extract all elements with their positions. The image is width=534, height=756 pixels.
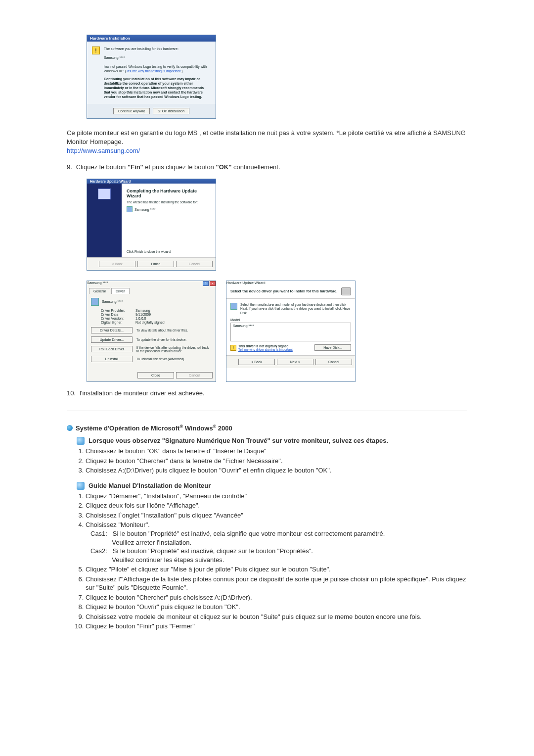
have-disk-button[interactable]: Have Disk... <box>314 344 351 351</box>
warning-icon: ! <box>230 345 236 351</box>
para-text: Ce pilote moniteur est en garantie du lo… <box>67 129 466 145</box>
dialog-message: The software you are installing for this… <box>104 47 211 99</box>
selwiz-info: Select the manufacturer and model of you… <box>240 303 351 315</box>
tab-general[interactable]: General <box>89 288 110 294</box>
stop-installation-button[interactable]: STOP Installation <box>153 108 189 114</box>
not-signed-text: This driver is not digitally signed! <box>238 344 290 348</box>
props-titlebar: Samsung **** ? × <box>87 281 216 286</box>
driver-details-button[interactable]: Driver Details... <box>91 327 133 333</box>
back-button: < Back <box>99 261 135 267</box>
wizard-line1: The wizard has finished installing the s… <box>127 200 211 204</box>
subsection-signature-not-found: Lorsque vous observez "Signature Numériq… <box>77 437 467 445</box>
list-item: Choisissez le bouton "OK" dans la fenetr… <box>86 447 467 456</box>
document-page: Hardware Installation ! The software you… <box>52 0 482 677</box>
dialog-line1: The software you are installing for this… <box>104 47 178 50</box>
wizard-heading: Completing the Hardware Update Wizard <box>127 189 211 198</box>
window-controls: ? × <box>203 281 216 286</box>
update-driver-button[interactable]: Update Driver... <box>91 336 133 343</box>
back-button[interactable]: < Back <box>238 359 275 365</box>
list-item: Cliquez le bouton "Finir" puis "Fermer" <box>86 622 467 631</box>
case-2: Cas2: Si le bouton "Propriété" est inact… <box>90 547 467 564</box>
warning-icon: ! <box>92 47 100 54</box>
subsection-manual-install: Guide Manuel D'Installation de Moniteur <box>77 482 467 490</box>
step-number: 9. <box>67 163 72 172</box>
device-icon <box>230 303 237 310</box>
hardware-installation-dialog: Hardware Installation ! The software you… <box>87 35 216 119</box>
dialog-bold-warning: Continuing your installation of this sof… <box>104 77 211 99</box>
dialog-device: Samsung **** <box>104 56 125 59</box>
dialog-close-paren: ) <box>181 69 182 73</box>
sub-icon <box>77 482 85 490</box>
signing-important-link[interactable]: Tell me why driver signing is important <box>238 348 293 351</box>
case-1: Cas1: Si le bouton "Propriété" est inati… <box>90 529 467 547</box>
tell-me-link[interactable]: Tell me why this testing is important. <box>126 69 181 73</box>
step-10: 10. l'installation de moniteur driver es… <box>67 389 467 398</box>
select-driver-wizard: Hardware Update Wizard Select the device… <box>226 281 356 382</box>
help-icon[interactable]: ? <box>203 281 209 286</box>
selwiz-heading: Select the device driver you want to ins… <box>230 289 337 293</box>
signature-steps-list: Choisissez le bouton "OK" dans la fenetr… <box>86 447 467 475</box>
list-item: Choisissez l'"Affichage de la liste des … <box>86 575 467 592</box>
wizard-sidebar <box>87 184 122 257</box>
hardware-update-wizard-complete: Hardware Update Wizard Completing the Ha… <box>87 179 216 271</box>
manual-install-list: Cliquez "Démarrer", "Installation", "Pan… <box>86 492 467 631</box>
list-item: Cliquez deux fois sur l'icône "Affichage… <box>86 501 467 510</box>
list-item: Choisissez votre modele de moniteur et c… <box>86 613 467 621</box>
device-icon <box>127 206 133 212</box>
next-button[interactable]: Next > <box>277 359 313 365</box>
step-9: 9. Cliquez le bouton "Fin" et puis cliqu… <box>67 163 467 172</box>
step-text: l'installation de moniteur driver est ac… <box>80 389 205 398</box>
model-label: Model <box>230 318 351 322</box>
continue-anyway-button[interactable]: Continue Anyway <box>113 108 150 114</box>
step-number: 10. <box>67 389 76 398</box>
sub-icon <box>77 437 85 445</box>
props-device: Samsung **** <box>102 300 123 303</box>
samsung-link[interactable]: http://www.samsung.com/ <box>67 147 140 154</box>
tab-driver[interactable]: Driver <box>111 288 130 294</box>
rollback-driver-button[interactable]: Roll Back Driver <box>91 346 133 352</box>
list-item: Cliquez "Démarrer", "Installation", "Pan… <box>86 492 467 501</box>
step-text: Cliquez le bouton "Fin" et puis cliquez … <box>76 163 280 172</box>
section-separator <box>67 411 467 411</box>
model-listbox[interactable]: Samsung **** <box>230 323 351 341</box>
list-item: Choisissez "Moniteur". Cas1: Si le bouto… <box>86 520 467 564</box>
wizard-titlebar: Hardware Update Wizard <box>87 179 216 184</box>
selwiz-titlebar: Hardware Update Wizard <box>226 281 355 284</box>
section-windows-2000: Système d'Opération de Microsoft® Window… <box>67 424 467 432</box>
model-item[interactable]: Samsung **** <box>233 324 254 328</box>
list-item: Cliquez le bouton "Chercher" puis choisi… <box>86 593 467 602</box>
list-item: Cliquez le bouton "Ouvrir" puis cliquez … <box>86 603 467 612</box>
wizard-line2: Click Finish to close the wizard. <box>127 250 211 254</box>
dialog-titlebar: Hardware Installation <box>87 35 216 42</box>
list-item: Cliquez "Pilote" et cliquez sur "Mise à … <box>86 565 467 574</box>
uninstall-button[interactable]: Uninstall <box>91 356 133 362</box>
driver-properties-dialog: Samsung **** ? × General Driver Samsung … <box>87 281 216 382</box>
wizard-device: Samsung **** <box>134 208 155 211</box>
close-button[interactable]: Close <box>137 372 174 378</box>
device-icon <box>91 298 99 306</box>
close-icon[interactable]: × <box>210 281 216 286</box>
monitor-icon <box>98 189 111 199</box>
cd-icon <box>341 287 351 295</box>
list-item: Choisissez A:(D:\Driver) puis cliquez le… <box>86 466 467 475</box>
cancel-button: Cancel <box>176 372 213 378</box>
cancel-button[interactable]: Cancel <box>315 359 352 365</box>
paragraph-certified-driver: Ce pilote moniteur est en garantie du lo… <box>67 129 467 156</box>
list-item: Choisissez l`onglet "Installation" puis … <box>86 511 467 520</box>
cancel-button: Cancel <box>176 261 213 267</box>
bullet-icon <box>67 425 73 431</box>
list-item: Cliquez le bouton "Chercher" dans la fen… <box>86 457 467 466</box>
finish-button[interactable]: Finish <box>137 261 174 267</box>
